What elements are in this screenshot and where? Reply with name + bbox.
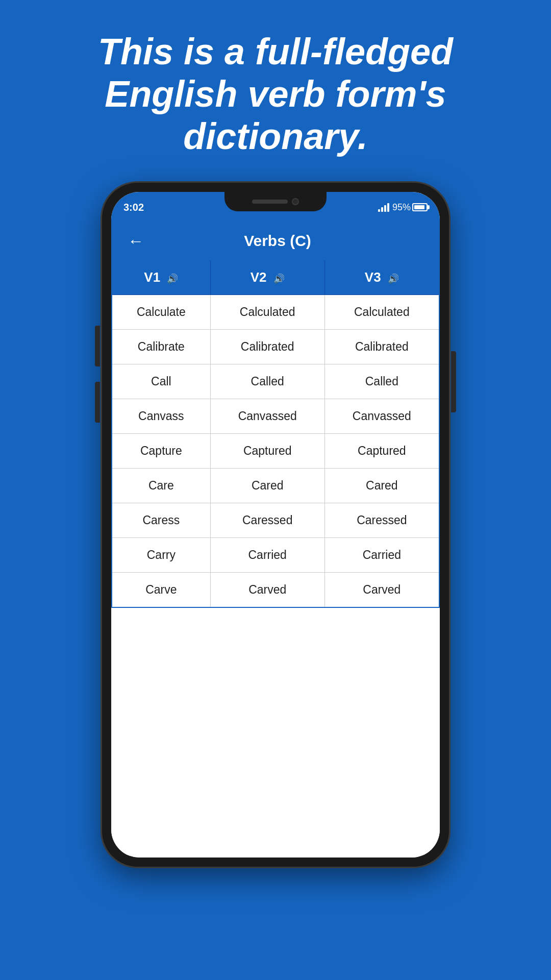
phone-screen: 3:02 95% [111, 192, 440, 857]
status-bar: 3:02 95% [111, 192, 440, 223]
cell-v1-6[interactable]: Caress [112, 503, 210, 538]
v3-speaker-icon[interactable]: 🔊 [388, 274, 399, 284]
cell-v2-2[interactable]: Called [210, 364, 324, 399]
cell-v1-2[interactable]: Call [112, 364, 210, 399]
table-row[interactable]: CarveCarvedCarved [112, 573, 439, 608]
col-v1[interactable]: V1 🔊 [112, 260, 210, 295]
app-header: ← Verbs (C) [111, 223, 440, 259]
back-button[interactable]: ← [123, 228, 148, 255]
cell-v2-5[interactable]: Cared [210, 469, 324, 503]
cell-v3-8[interactable]: Carved [324, 573, 439, 608]
table-row[interactable]: CallCalledCalled [112, 364, 439, 399]
table-row[interactable]: CaressCaressedCaressed [112, 503, 439, 538]
v1-speaker-icon[interactable]: 🔊 [167, 274, 178, 284]
table-row[interactable]: CareCaredCared [112, 469, 439, 503]
signal-icon [378, 203, 389, 212]
cell-v1-5[interactable]: Care [112, 469, 210, 503]
headline-text: This is a full-fledged English verb form… [0, 0, 551, 178]
cell-v2-3[interactable]: Canvassed [210, 399, 324, 434]
cell-v2-7[interactable]: Carried [210, 538, 324, 573]
col-v2[interactable]: V2 🔊 [210, 260, 324, 295]
cell-v2-0[interactable]: Calculated [210, 295, 324, 330]
cell-v1-3[interactable]: Canvass [112, 399, 210, 434]
table-row[interactable]: CaptureCapturedCaptured [112, 434, 439, 469]
status-right-icons: 95% [378, 202, 428, 213]
cell-v3-7[interactable]: Carried [324, 538, 439, 573]
front-camera [292, 198, 299, 205]
battery-percent: 95% [392, 202, 411, 213]
cell-v1-0[interactable]: Calculate [112, 295, 210, 330]
battery-icon [412, 203, 428, 211]
app-title: Verbs (C) [152, 232, 403, 250]
table-header-row: V1 🔊 V2 🔊 V3 🔊 [112, 260, 439, 295]
cell-v3-6[interactable]: Caressed [324, 503, 439, 538]
table-row[interactable]: CarryCarriedCarried [112, 538, 439, 573]
table-row[interactable]: CanvassCanvassedCanvassed [112, 399, 439, 434]
cell-v3-4[interactable]: Captured [324, 434, 439, 469]
cell-v3-1[interactable]: Calibrated [324, 330, 439, 364]
phone-mockup: 3:02 95% [102, 183, 449, 867]
cell-v1-1[interactable]: Calibrate [112, 330, 210, 364]
verb-table: V1 🔊 V2 🔊 V3 🔊 CalculateCalculatedCalcul… [111, 259, 440, 608]
cell-v1-4[interactable]: Capture [112, 434, 210, 469]
cell-v1-7[interactable]: Carry [112, 538, 210, 573]
speaker-grill [252, 200, 288, 204]
status-time: 3:02 [123, 202, 144, 213]
cell-v1-8[interactable]: Carve [112, 573, 210, 608]
cell-v3-5[interactable]: Cared [324, 469, 439, 503]
cell-v2-6[interactable]: Caressed [210, 503, 324, 538]
cell-v3-3[interactable]: Canvassed [324, 399, 439, 434]
table-row[interactable]: CalculateCalculatedCalculated [112, 295, 439, 330]
notch [224, 192, 327, 211]
battery-fill [414, 205, 424, 209]
cell-v2-1[interactable]: Calibrated [210, 330, 324, 364]
battery-container: 95% [392, 202, 428, 213]
v2-speaker-icon[interactable]: 🔊 [273, 274, 285, 284]
cell-v3-2[interactable]: Called [324, 364, 439, 399]
cell-v2-4[interactable]: Captured [210, 434, 324, 469]
table-row[interactable]: CalibrateCalibratedCalibrated [112, 330, 439, 364]
col-v3[interactable]: V3 🔊 [324, 260, 439, 295]
cell-v2-8[interactable]: Carved [210, 573, 324, 608]
verb-table-container[interactable]: V1 🔊 V2 🔊 V3 🔊 CalculateCalculatedCalcul… [111, 259, 440, 857]
cell-v3-0[interactable]: Calculated [324, 295, 439, 330]
